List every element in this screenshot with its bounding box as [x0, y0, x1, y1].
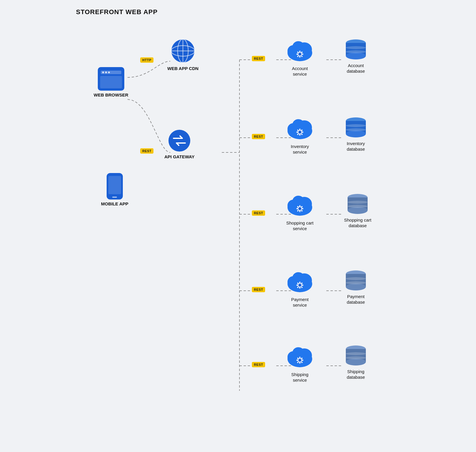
- svg-point-46: [292, 119, 304, 130]
- svg-point-41: [346, 46, 366, 49]
- svg-rect-33: [302, 54, 303, 55]
- rest-badge-account: REST: [252, 56, 265, 61]
- shipping-db-icon: [344, 344, 368, 367]
- account-service-node: Accountservice: [285, 38, 315, 77]
- svg-point-79: [348, 201, 368, 204]
- payment-service-node: Paymentservice: [285, 269, 315, 308]
- inventory-service-label: Inventoryservice: [291, 144, 309, 155]
- svg-point-116: [346, 358, 366, 365]
- shopping-cart-db-node: Shopping cartdatabase: [344, 192, 371, 229]
- svg-point-97: [346, 283, 366, 290]
- rest-badge-shipping: REST: [252, 362, 265, 367]
- mobile-app-node: MOBILE APP: [101, 173, 128, 207]
- inventory-service-node: Inventoryservice: [285, 116, 315, 155]
- shopping-cart-db-label: Shopping cartdatabase: [344, 217, 371, 229]
- svg-point-67: [298, 207, 301, 210]
- svg-rect-71: [302, 208, 303, 209]
- diagram-container: STOREFRONT WEB APP .dashed { stroke: #88…: [76, 8, 400, 444]
- account-db-icon: [344, 38, 368, 61]
- svg-point-98: [346, 277, 366, 280]
- svg-rect-50: [299, 134, 300, 136]
- svg-point-118: [346, 356, 366, 359]
- account-service-icon: [285, 38, 315, 64]
- svg-rect-69: [299, 210, 300, 212]
- inventory-service-icon: [285, 116, 315, 142]
- svg-rect-49: [299, 129, 300, 130]
- svg-point-48: [298, 131, 301, 134]
- svg-point-99: [346, 281, 366, 284]
- svg-rect-68: [299, 205, 300, 207]
- api-gateway-node: API GATEWAY: [164, 129, 195, 160]
- svg-rect-51: [296, 132, 298, 133]
- account-service-label: Accountservice: [292, 66, 308, 77]
- svg-point-80: [348, 205, 368, 208]
- api-gateway-label: API GATEWAY: [164, 154, 195, 160]
- svg-rect-108: [296, 360, 298, 361]
- svg-point-103: [292, 347, 304, 358]
- svg-rect-32: [296, 54, 298, 55]
- inventory-db-icon: [344, 116, 368, 139]
- mobile-icon: [107, 173, 123, 200]
- svg-rect-52: [302, 132, 303, 133]
- svg-rect-107: [299, 362, 300, 364]
- svg-point-61: [346, 128, 366, 131]
- account-db-node: Accountdatabase: [344, 38, 368, 74]
- svg-rect-109: [302, 360, 303, 361]
- shopping-cart-service-node: Shopping cartservice: [285, 192, 315, 232]
- svg-rect-31: [299, 56, 300, 58]
- svg-rect-87: [299, 282, 300, 283]
- shipping-service-icon: [285, 344, 315, 370]
- globe-icon: [170, 38, 196, 64]
- svg-rect-70: [296, 208, 298, 209]
- svg-point-60: [346, 124, 366, 127]
- web-browser-node: WEB BROWSER: [94, 67, 128, 98]
- shopping-cart-service-icon: [285, 192, 315, 219]
- payment-service-label: Paymentservice: [291, 297, 308, 308]
- svg-point-117: [346, 352, 366, 355]
- inventory-db-node: Inventorydatabase: [344, 116, 368, 152]
- svg-point-105: [298, 359, 301, 362]
- payment-db-node: Paymentdatabase: [344, 269, 368, 305]
- payment-db-icon: [344, 269, 368, 292]
- http-badge: HTTP: [140, 57, 153, 63]
- web-browser-label: WEB BROWSER: [94, 92, 128, 98]
- svg-point-78: [348, 207, 368, 214]
- rest-badge-inventory: REST: [252, 134, 265, 139]
- gateway-icon: [168, 129, 191, 152]
- shipping-service-label: Shippingservice: [291, 372, 308, 383]
- svg-rect-106: [299, 357, 300, 358]
- svg-rect-30: [299, 51, 300, 52]
- inventory-db-label: Inventorydatabase: [347, 141, 365, 152]
- svg-point-59: [346, 130, 366, 137]
- mobile-app-label: MOBILE APP: [101, 201, 128, 207]
- shipping-db-node: Shippingdatabase: [344, 344, 368, 380]
- payment-db-label: Paymentdatabase: [347, 294, 365, 305]
- rest-badge-payment: REST: [252, 287, 265, 292]
- web-app-cdn-node: WEB APP CDN: [167, 38, 199, 72]
- shopping-cart-service-label: Shopping cartservice: [286, 220, 314, 232]
- svg-point-86: [298, 284, 301, 287]
- shopping-cart-db-icon: [346, 192, 369, 216]
- svg-rect-88: [299, 287, 300, 289]
- account-db-label: Accountdatabase: [347, 63, 365, 74]
- svg-rect-89: [296, 285, 298, 286]
- svg-point-27: [292, 41, 304, 52]
- diagram-title: STOREFRONT WEB APP: [76, 8, 158, 16]
- shipping-service-node: Shippingservice: [285, 344, 315, 383]
- shipping-db-label: Shippingdatabase: [347, 369, 365, 380]
- svg-point-29: [298, 53, 301, 56]
- payment-service-icon: [285, 269, 315, 295]
- web-app-cdn-label: WEB APP CDN: [167, 66, 199, 72]
- svg-point-40: [346, 52, 366, 59]
- svg-point-84: [292, 272, 304, 283]
- svg-point-65: [292, 196, 304, 206]
- svg-point-23: [168, 130, 190, 152]
- rest-badge-shopping-cart: REST: [252, 210, 265, 216]
- svg-point-42: [346, 50, 366, 53]
- svg-rect-90: [302, 285, 303, 286]
- browser-icon: [98, 67, 124, 91]
- rest-badge-gateway: REST: [140, 148, 153, 154]
